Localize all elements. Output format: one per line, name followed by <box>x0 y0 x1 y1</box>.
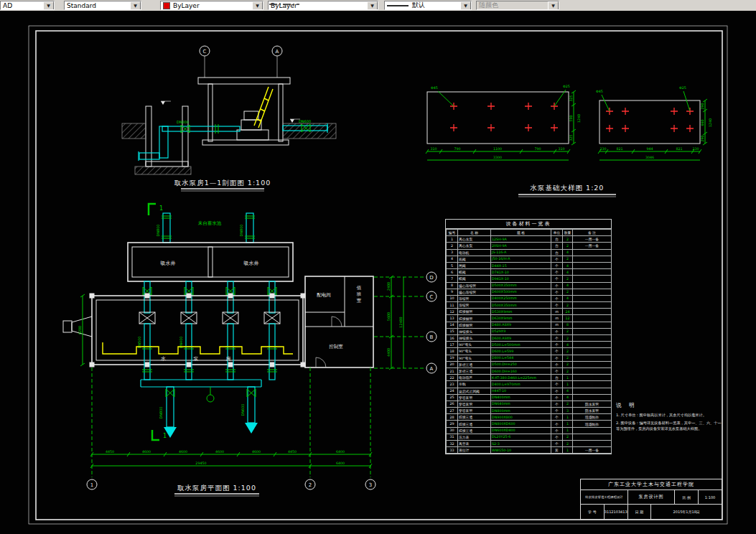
school-name: 广东工业大学土木与交通工程学院 <box>581 479 722 490</box>
table-row: 27穿墙套管DN800mm个3防水套管 <box>447 408 612 414</box>
note-item: 1. 尺寸单位：图中标高以米计，其余尺寸均以毫米计。 <box>616 412 722 418</box>
materials-table-title: 设备材料一览表 <box>446 220 611 229</box>
table-row: 15伸缩接头D529X9个2 <box>447 328 612 334</box>
dim-text: 4600 <box>142 450 151 454</box>
table-row: 20异径三通D500.DH=250个2 <box>447 361 612 367</box>
table-row: 26穿墙套管DN640mm个2防水套管 <box>447 400 612 407</box>
room-label-power: 配电间 <box>317 292 331 298</box>
dim-text: 4450 <box>106 450 114 454</box>
room-label-control: 控制室 <box>329 344 343 350</box>
plotstyle-combo: 随颜色 ▼ <box>476 1 559 10</box>
table-row: 32真空表S2-3个2 <box>447 441 612 447</box>
layer-combo-value: AD <box>3 2 12 9</box>
dim-text: 4450 <box>288 450 297 454</box>
notes-block: 说 明 1. 尺寸单位：图中标高以米计，其余尺寸均以毫米计。 2. 图中设备：编… <box>616 402 722 434</box>
table-row: 11渐缩管D500X350mm个2 <box>447 302 612 309</box>
table-row: 1990°弯头D800.L=544个2 <box>447 355 612 361</box>
section-cut-marker-top: 1 <box>159 205 163 212</box>
dim-text: 944 <box>646 147 653 151</box>
dim-text: 230 <box>692 147 699 151</box>
dim-text: 4400 <box>387 348 391 357</box>
table-row: 24旋启式止回阀H44T-10个4 <box>447 388 612 394</box>
text-style-combo[interactable]: Standard ▼ <box>64 1 141 10</box>
foundation-detail-title: 水泵基础大样图 1:20 <box>530 184 605 192</box>
pump-units <box>139 312 280 324</box>
text-style-value: Standard <box>67 2 96 9</box>
table-row: 3电动机JS-116-A台4 <box>447 249 612 256</box>
dim-text: 29450 <box>195 462 206 465</box>
dim-text: 1240 <box>709 118 712 127</box>
lineweight-combo[interactable]: 默认 ▼ <box>384 1 472 10</box>
dim-text: 4600 <box>179 450 187 454</box>
drawing-title: 泵房设计图 <box>627 490 675 505</box>
plan-view[interactable]: 1 1 来自蓄水池 DN800 DN800 吸水井 吸水井 <box>63 204 437 496</box>
foundation-detail-left[interactable]: Φ45 Φ25 310 790 1100 790 310 3300 325 59… <box>426 85 581 160</box>
col-header: 编号 <box>447 230 458 236</box>
table-row: 1离心水泵12SH-9A台2一用一备 <box>447 236 612 243</box>
table-row: 31压力表DL20Y25-6个2 <box>447 434 612 440</box>
dim-text: 325 <box>569 95 573 101</box>
date-value: 2015年1月18日 <box>651 505 722 520</box>
source-label: 来自蓄水池 <box>198 220 222 226</box>
table-row: 12焊接钢管D530X9mmm24 <box>447 309 612 315</box>
notes-title: 说 明 <box>616 402 722 409</box>
col-header: 备 注 <box>573 230 612 236</box>
dim-text: 590 <box>569 115 573 121</box>
table-row: 21异径三通D600.DH=160个2 <box>447 367 612 374</box>
section-view-title: 取水泵房1—1剖面图 1:100 <box>174 179 271 187</box>
dim-text: 12400 <box>399 317 403 327</box>
col-header: 名 称 <box>458 230 491 236</box>
table-row: 8偏心渐缩管D500X350mm个4 <box>447 282 612 289</box>
table-header-row: 编号 名 称 规 格 单位 数量 备 注 <box>447 230 612 236</box>
axis-bubble: B <box>430 334 434 340</box>
foundation-detail-right[interactable]: Φ45 Φ25 230 821 944 821 230 3046 290 660… <box>596 86 712 160</box>
table-row: 2离心水泵20SH-9A台2一用一备 <box>447 243 612 249</box>
drawing-canvas[interactable]: C A <box>0 11 756 534</box>
layer-combo[interactable]: AD ▼ <box>0 1 55 10</box>
pipe-label: DN800 <box>239 224 243 236</box>
student-id-value: 3112103413 <box>604 505 627 520</box>
hall-label: 水 泵 房 <box>161 356 243 362</box>
dim-text: 290 <box>701 103 704 109</box>
pipe-label: DN600 <box>241 403 245 416</box>
chevron-down-icon[interactable]: ▼ <box>252 1 263 10</box>
materials-table[interactable]: 设备材料一览表 编号 名 称 规 格 单位 数量 备 注 1离心水泵12SH-9… <box>445 219 612 454</box>
scale-value: 1:100 <box>699 490 722 505</box>
color-combo[interactable]: ByLayer ▼ <box>160 1 263 10</box>
dim-text: 1240 <box>577 114 581 123</box>
pipe-label: DN800 <box>177 120 189 124</box>
axis-bubble: 1 <box>90 482 93 488</box>
axis-bubble: C <box>430 294 434 300</box>
properties-toolbar: AD ▼ Standard ▼ ByLayer ▼ ByLayer ▼ 默认 ▼… <box>0 0 756 11</box>
anchor-bolt-markers <box>606 108 694 132</box>
table-row: 4底阀J50-16/H-A个2 <box>447 256 612 262</box>
dim-text: 230 <box>599 147 606 151</box>
chevron-down-icon[interactable]: ▼ <box>130 1 141 10</box>
dim-text: 5600 <box>387 312 391 321</box>
chevron-down-icon: ▼ <box>548 1 559 10</box>
dim-text: 790 <box>454 147 460 151</box>
table-row: 1890°弯头D600.L=599个2 <box>447 348 612 355</box>
axis-grid-vertical: 1 2 3 <box>87 367 375 490</box>
bolt-label: Φ45 <box>596 90 603 93</box>
chevron-down-icon[interactable]: ▼ <box>460 1 471 10</box>
materials-table-rows: 1离心水泵12SH-9A台2一用一备2离心水泵20SH-9A台2一用一备3电动机… <box>447 236 612 454</box>
section-view[interactable]: C A <box>122 46 336 191</box>
date-label: 日 期 <box>627 505 651 520</box>
bolt-label: Φ45 <box>431 86 438 90</box>
table-row: 30焊接三通DN600XD400个1 <box>447 427 612 434</box>
dim-text: 6200 <box>78 326 82 334</box>
dim-text: 6400 <box>336 462 345 465</box>
bolt-label: Φ25 <box>679 86 686 90</box>
dim-text: 790 <box>534 147 541 151</box>
chevron-down-icon[interactable]: ▼ <box>43 1 54 10</box>
chevron-down-icon[interactable]: ▼ <box>367 1 378 10</box>
dim-text: 3300 <box>493 156 502 159</box>
table-row: 29焊接三通DN800XD600个1现场制作 <box>447 421 612 427</box>
room-label-duty: 值班室 <box>357 285 362 304</box>
linetype-combo[interactable]: ByLayer ▼ <box>268 1 378 10</box>
table-row: 25穿墙套管DN400mm个4 <box>447 394 612 400</box>
color-combo-value: ByLayer <box>173 2 200 9</box>
scale-label: 比 例 <box>675 490 699 505</box>
dim-text: 660 <box>701 119 704 126</box>
